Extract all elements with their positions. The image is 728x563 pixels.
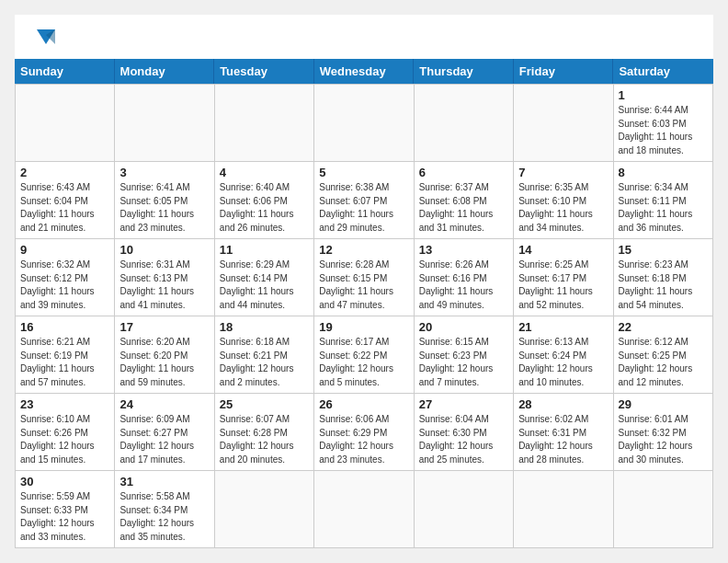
cal-day-27: 27Sunrise: 6:04 AMSunset: 6:30 PMDayligh… xyxy=(415,394,514,471)
calendar-header xyxy=(15,15,713,59)
day-number: 27 xyxy=(419,397,508,411)
day-number: 5 xyxy=(319,166,408,179)
day-number: 11 xyxy=(220,243,309,257)
day-header-sunday: Sunday xyxy=(15,59,115,84)
cal-day-31: 31Sunrise: 5:58 AMSunset: 6:34 PMDayligh… xyxy=(115,471,214,548)
cal-day-23: 23Sunrise: 6:10 AMSunset: 6:26 PMDayligh… xyxy=(16,394,115,471)
day-header-saturday: Saturday xyxy=(613,59,713,84)
sun-info: Sunrise: 6:38 AMSunset: 6:07 PMDaylight:… xyxy=(319,181,408,235)
sun-info: Sunrise: 6:37 AMSunset: 6:08 PMDaylight:… xyxy=(419,181,508,235)
day-number: 4 xyxy=(220,166,309,179)
sun-info: Sunrise: 6:09 AMSunset: 6:27 PMDaylight:… xyxy=(119,413,209,466)
day-header-thursday: Thursday xyxy=(414,59,514,84)
day-number: 26 xyxy=(319,397,408,411)
day-number: 30 xyxy=(20,475,109,488)
cal-empty xyxy=(115,85,214,162)
day-number: 13 xyxy=(419,243,508,257)
cal-empty xyxy=(314,85,414,162)
sun-info: Sunrise: 6:15 AMSunset: 6:23 PMDaylight:… xyxy=(419,336,508,389)
day-number: 2 xyxy=(20,166,109,179)
sun-info: Sunrise: 6:31 AMSunset: 6:13 PMDaylight:… xyxy=(119,259,209,312)
sun-info: Sunrise: 6:20 AMSunset: 6:20 PMDaylight:… xyxy=(119,336,209,389)
calendar-grid: 1Sunrise: 6:44 AMSunset: 6:03 PMDaylight… xyxy=(15,84,713,548)
sun-info: Sunrise: 6:04 AMSunset: 6:30 PMDaylight:… xyxy=(419,413,508,466)
day-number: 23 xyxy=(20,397,109,411)
day-number: 1 xyxy=(619,88,708,102)
day-number: 31 xyxy=(119,475,209,488)
sun-info: Sunrise: 6:26 AMSunset: 6:16 PMDaylight:… xyxy=(419,259,508,312)
cal-day-6: 6Sunrise: 6:37 AMSunset: 6:08 PMDaylight… xyxy=(415,162,514,239)
day-number: 8 xyxy=(619,166,708,179)
cal-day-7: 7Sunrise: 6:35 AMSunset: 6:10 PMDaylight… xyxy=(514,162,613,239)
logo-icon xyxy=(33,26,59,52)
sun-info: Sunrise: 6:40 AMSunset: 6:06 PMDaylight:… xyxy=(220,181,309,235)
day-number: 29 xyxy=(619,397,708,411)
cal-day-12: 12Sunrise: 6:28 AMSunset: 6:15 PMDayligh… xyxy=(314,239,414,316)
day-number: 6 xyxy=(419,166,508,179)
sun-info: Sunrise: 6:34 AMSunset: 6:11 PMDaylight:… xyxy=(619,181,708,235)
cal-day-5: 5Sunrise: 6:38 AMSunset: 6:07 PMDaylight… xyxy=(314,162,414,239)
cal-day-3: 3Sunrise: 6:41 AMSunset: 6:05 PMDaylight… xyxy=(115,162,214,239)
cal-empty xyxy=(514,471,613,548)
day-number: 9 xyxy=(20,243,109,257)
day-number: 19 xyxy=(319,320,408,334)
cal-day-20: 20Sunrise: 6:15 AMSunset: 6:23 PMDayligh… xyxy=(415,316,514,394)
day-number: 24 xyxy=(119,397,209,411)
cal-day-26: 26Sunrise: 6:06 AMSunset: 6:29 PMDayligh… xyxy=(314,394,414,471)
sun-info: Sunrise: 6:10 AMSunset: 6:26 PMDaylight:… xyxy=(20,413,109,466)
day-number: 22 xyxy=(619,320,708,334)
cal-day-28: 28Sunrise: 6:02 AMSunset: 6:31 PMDayligh… xyxy=(514,394,613,471)
sun-info: Sunrise: 6:29 AMSunset: 6:14 PMDaylight:… xyxy=(220,259,309,312)
cal-day-16: 16Sunrise: 6:21 AMSunset: 6:19 PMDayligh… xyxy=(16,316,115,394)
day-number: 20 xyxy=(419,320,508,334)
cal-day-21: 21Sunrise: 6:13 AMSunset: 6:24 PMDayligh… xyxy=(514,316,613,394)
sun-info: Sunrise: 6:13 AMSunset: 6:24 PMDaylight:… xyxy=(518,336,608,389)
sun-info: Sunrise: 6:41 AMSunset: 6:05 PMDaylight:… xyxy=(119,181,209,235)
cal-day-29: 29Sunrise: 6:01 AMSunset: 6:32 PMDayligh… xyxy=(614,394,713,471)
cal-day-1: 1Sunrise: 6:44 AMSunset: 6:03 PMDaylight… xyxy=(614,85,713,162)
sun-info: Sunrise: 6:01 AMSunset: 6:32 PMDaylight:… xyxy=(619,413,708,466)
cal-day-10: 10Sunrise: 6:31 AMSunset: 6:13 PMDayligh… xyxy=(115,239,214,316)
sun-info: Sunrise: 5:59 AMSunset: 6:33 PMDaylight:… xyxy=(20,490,109,544)
cal-day-9: 9Sunrise: 6:32 AMSunset: 6:12 PMDaylight… xyxy=(16,239,115,316)
day-number: 16 xyxy=(20,320,109,334)
cal-day-24: 24Sunrise: 6:09 AMSunset: 6:27 PMDayligh… xyxy=(115,394,214,471)
sun-info: Sunrise: 6:35 AMSunset: 6:10 PMDaylight:… xyxy=(518,181,608,235)
cal-day-11: 11Sunrise: 6:29 AMSunset: 6:14 PMDayligh… xyxy=(215,239,314,316)
day-number: 3 xyxy=(119,166,209,179)
cal-empty xyxy=(614,471,713,548)
cal-empty xyxy=(415,471,514,548)
sun-info: Sunrise: 6:32 AMSunset: 6:12 PMDaylight:… xyxy=(20,259,109,312)
sun-info: Sunrise: 6:06 AMSunset: 6:29 PMDaylight:… xyxy=(319,413,408,466)
cal-day-4: 4Sunrise: 6:40 AMSunset: 6:06 PMDaylight… xyxy=(215,162,314,239)
cal-empty xyxy=(314,471,414,548)
day-number: 7 xyxy=(518,166,608,179)
day-number: 25 xyxy=(220,397,309,411)
sun-info: Sunrise: 6:21 AMSunset: 6:19 PMDaylight:… xyxy=(20,336,109,389)
logo xyxy=(29,26,59,52)
cal-empty xyxy=(16,85,115,162)
calendar-wrapper: SundayMondayTuesdayWednesdayThursdayFrid… xyxy=(15,15,713,548)
sun-info: Sunrise: 6:02 AMSunset: 6:31 PMDaylight:… xyxy=(518,413,608,466)
sun-info: Sunrise: 6:18 AMSunset: 6:21 PMDaylight:… xyxy=(220,336,309,389)
day-header-monday: Monday xyxy=(115,59,215,84)
sun-info: Sunrise: 6:07 AMSunset: 6:28 PMDaylight:… xyxy=(220,413,309,466)
day-number: 21 xyxy=(518,320,608,334)
cal-day-30: 30Sunrise: 5:59 AMSunset: 6:33 PMDayligh… xyxy=(16,471,115,548)
cal-day-22: 22Sunrise: 6:12 AMSunset: 6:25 PMDayligh… xyxy=(614,316,713,394)
day-header-tuesday: Tuesday xyxy=(214,59,314,84)
cal-empty xyxy=(215,85,314,162)
sun-info: Sunrise: 6:25 AMSunset: 6:17 PMDaylight:… xyxy=(518,259,608,312)
sun-info: Sunrise: 6:43 AMSunset: 6:04 PMDaylight:… xyxy=(20,181,109,235)
cal-day-18: 18Sunrise: 6:18 AMSunset: 6:21 PMDayligh… xyxy=(215,316,314,394)
cal-day-13: 13Sunrise: 6:26 AMSunset: 6:16 PMDayligh… xyxy=(415,239,514,316)
day-number: 12 xyxy=(319,243,408,257)
sun-info: Sunrise: 6:17 AMSunset: 6:22 PMDaylight:… xyxy=(319,336,408,389)
sun-info: Sunrise: 6:23 AMSunset: 6:18 PMDaylight:… xyxy=(619,259,708,312)
cal-empty xyxy=(514,85,613,162)
day-number: 15 xyxy=(619,243,708,257)
cal-empty xyxy=(215,471,314,548)
day-number: 10 xyxy=(119,243,209,257)
cal-day-14: 14Sunrise: 6:25 AMSunset: 6:17 PMDayligh… xyxy=(514,239,613,316)
cal-day-19: 19Sunrise: 6:17 AMSunset: 6:22 PMDayligh… xyxy=(314,316,414,394)
